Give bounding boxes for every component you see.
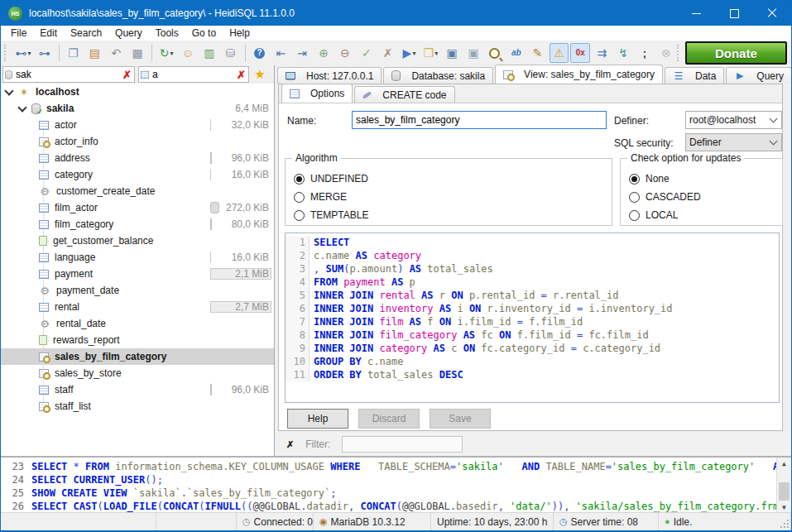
reformat-code-button[interactable]: ✎ (528, 43, 548, 63)
filter-input[interactable] (342, 436, 463, 453)
donate-button[interactable]: Donate (685, 41, 787, 65)
tab-host-127-0-0-1[interactable]: Host: 127.0.0.1 (277, 67, 382, 84)
tree-item-film-actor[interactable]: film_actor272,0 KiB (1, 199, 274, 216)
bind-params-button[interactable]: ⇉ (592, 43, 612, 63)
disconnect-button[interactable]: ⊶ (35, 43, 55, 63)
log-scrollbar[interactable]: ▲ ▼ (776, 458, 791, 514)
menu-edit[interactable]: Edit (33, 26, 64, 40)
tree-item-address[interactable]: address96,0 KiB (1, 150, 274, 166)
tree-item-language[interactable]: language16,0 KiB (1, 249, 274, 266)
last-row-button[interactable]: ⇥ (292, 43, 312, 63)
check-option-cascaded-radio[interactable]: CASCADED (629, 188, 782, 206)
discard-button[interactable]: Discard (358, 409, 420, 429)
tree-item-actor[interactable]: actor32,0 KiB (1, 117, 274, 133)
subtab-options[interactable]: Options (281, 84, 353, 103)
replace-button[interactable]: ab (506, 43, 526, 63)
copy-button[interactable]: ❐ (64, 43, 84, 63)
menu-file[interactable]: File (4, 26, 33, 40)
algorithm-temptable-radio[interactable]: TEMPTABLE (294, 206, 612, 224)
save-button[interactable]: Save (430, 409, 491, 429)
save-button[interactable]: ▣ (442, 43, 462, 63)
close-filter-icon[interactable]: ✗ (286, 439, 294, 450)
tree-item-localhost[interactable]: ✶localhost (1, 84, 274, 100)
favorites-star-button[interactable]: ★ (249, 66, 271, 83)
find-button[interactable] (485, 43, 505, 63)
scroll-up-icon[interactable]: ▲ (777, 458, 791, 470)
tab-data[interactable]: ☰Data (665, 67, 724, 84)
line-number: 23 (1, 460, 27, 473)
tree-item-staff-list[interactable]: staff_list (1, 398, 274, 415)
menu-tools[interactable]: Tools (149, 26, 185, 40)
maximize-button[interactable] (715, 1, 753, 26)
tree-item-category[interactable]: category16,0 KiB (1, 166, 274, 183)
warning-toggle-button[interactable]: ⚠ (550, 43, 569, 63)
scroll-thumb[interactable] (779, 482, 790, 501)
tree-item-payment[interactable]: payment2,1 MiB (1, 266, 274, 282)
print-button[interactable]: ▦ (127, 43, 147, 63)
sql-security-select[interactable]: Definer (685, 133, 782, 151)
export-button[interactable]: ▥ (199, 43, 219, 63)
reconnect-button[interactable]: ↯ (613, 43, 633, 63)
definer-select[interactable]: root@localhost (685, 111, 782, 129)
subtab-create-code[interactable]: CREATE code (354, 86, 454, 103)
tree-item-sakila[interactable]: sakila6,4 MiB (1, 100, 274, 117)
post-changes-button[interactable]: ✓ (357, 43, 377, 63)
refresh-button[interactable]: ↻▾ (156, 43, 176, 63)
clear-table-filter-icon[interactable]: ✗ (234, 69, 248, 80)
first-row-button[interactable]: ⇤ (271, 43, 290, 63)
insert-row-button[interactable]: ⊕ (314, 43, 334, 63)
expand-arrow-icon[interactable] (4, 86, 13, 95)
session-manager-button[interactable]: ⊷▾ (13, 43, 33, 63)
clear-database-filter-icon[interactable]: ✗ (120, 69, 134, 80)
tree-item-staff[interactable]: staff96,0 KiB (1, 381, 274, 398)
table-filter-input[interactable] (151, 69, 234, 80)
tree-item-film-category[interactable]: film_category80,0 KiB (1, 216, 274, 232)
menu-help[interactable]: Help (223, 26, 257, 40)
user-manager-button[interactable]: ☺ (178, 43, 198, 63)
tree-item-customer-create-date[interactable]: ⚙customer_create_date (1, 183, 274, 199)
save-sync-button[interactable]: ⛁ (221, 43, 241, 63)
cancel-edit-button[interactable]: ✗ (378, 43, 398, 63)
view-name-input[interactable] (352, 111, 607, 129)
save-as-button[interactable]: ▣ (463, 43, 483, 63)
menu-go-to[interactable]: Go to (185, 26, 223, 40)
tree-item-sales-by-store[interactable]: sales_by_store (1, 365, 274, 381)
sql-log: ▲ ▼ 23SELECT * FROM information_schema.K… (1, 456, 791, 514)
hex-toggle-button[interactable]: 0x (570, 43, 590, 63)
help-button[interactable]: Help (287, 409, 348, 429)
tree-item-payment-date[interactable]: ⚙payment_date (1, 282, 274, 299)
algorithm-merge-radio[interactable]: MERGE (294, 188, 612, 206)
tree-item-sales-by-film-category[interactable]: sales_by_film_category (1, 348, 274, 365)
paste-button[interactable]: ▤ (85, 43, 105, 63)
tab-query[interactable]: ▶Query (726, 67, 792, 84)
close-button[interactable] (753, 1, 791, 26)
toolbar-grip[interactable] (677, 45, 682, 61)
database-filter-input[interactable] (14, 69, 120, 80)
tree-item-actor-info[interactable]: actor_info (1, 133, 274, 150)
tree-item-rewards-report[interactable]: rewards_report (1, 332, 274, 348)
tree-item-get-customer-balance[interactable]: get_customer_balance (1, 232, 274, 249)
open-file-button[interactable]: ❒▾ (420, 43, 440, 63)
help-button[interactable]: ? (250, 43, 270, 63)
menu-query[interactable]: Query (108, 26, 149, 40)
tree-item-rental[interactable]: rental2,7 MiB (1, 299, 274, 315)
delimiter-button[interactable]: ; (635, 43, 655, 63)
stop-button[interactable]: ⊗ (656, 43, 676, 63)
sql-source-editor[interactable]: 1SELECT2c.name AS category3, SUM(p.amoun… (285, 232, 780, 403)
minimize-button[interactable] (677, 1, 715, 26)
expand-arrow-icon[interactable] (17, 103, 26, 112)
undo-button[interactable]: ↶ (106, 43, 126, 63)
algorithm-undefined-radio[interactable]: UNDEFINED (294, 170, 612, 188)
toolbar-grip[interactable] (4, 45, 9, 61)
delete-row-button[interactable]: ⊖ (335, 43, 355, 63)
menu-search[interactable]: Search (64, 26, 108, 40)
tab-database-sakila[interactable]: Database: sakila (383, 67, 493, 84)
resize-grip[interactable] (787, 526, 789, 528)
tree-item-rental-date[interactable]: ⚙rental_date (1, 315, 274, 332)
run-query-button[interactable]: ▶▾ (400, 43, 420, 63)
code-line: 4FROM payment AS p (286, 276, 779, 289)
code-line: 1SELECT (286, 236, 779, 249)
check-option-none-radio[interactable]: None (629, 170, 782, 188)
check-option-local-radio[interactable]: LOCAL (629, 206, 782, 224)
tab-view-sales-by-film-category[interactable]: View: sales_by_film_category (495, 65, 663, 84)
